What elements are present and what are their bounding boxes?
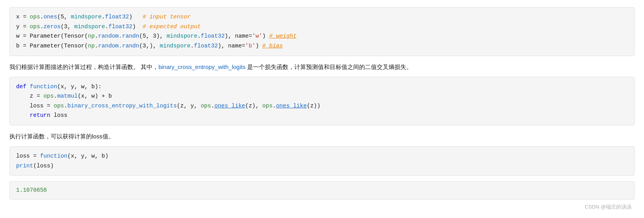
code-line-4: b = Parameter(Tensor(np.random.randn(3,)… [16, 41, 628, 51]
code-token: 'b' [245, 43, 255, 49]
code-token [16, 112, 30, 118]
footer-watermark: CSDN @端庄的汤汤 [9, 203, 635, 211]
watermark-text: CSDN @端庄的汤汤 [585, 204, 631, 210]
code-block-2: def function(x, y, w, b): z = ops.matmul… [9, 77, 635, 126]
code-token: return [30, 112, 50, 118]
code-line-2: y = ops.zeros(3, mindspore.float32) # ex… [16, 22, 628, 32]
code-comment: # input tensor [143, 14, 191, 20]
code-token: ones_like [276, 103, 306, 109]
code-token: print [16, 163, 33, 169]
prose-highlight-1: binary_cross_entropy_with_logits [158, 64, 246, 70]
code-token: loss [50, 112, 68, 118]
code-token: . [191, 43, 194, 49]
code-block-1: x = ops.ones(5, mindspore.float32) # inp… [9, 7, 635, 56]
code-token: . [64, 103, 68, 109]
code-token: (z, y, [177, 103, 201, 109]
code-token: b = [16, 43, 30, 49]
output-value: 1.1070658 [16, 187, 47, 193]
code-token: . [95, 33, 98, 39]
code-token: (z)) [307, 103, 321, 109]
code-line-print: print(loss) [16, 161, 628, 171]
code-token: ) [255, 43, 262, 49]
code-line-loss: loss = ops.binary_cross_entropy_with_log… [16, 101, 628, 111]
code-token: (x, y, w, b): [57, 84, 101, 90]
code-token: zeros [44, 24, 61, 30]
code-token: . [95, 43, 98, 49]
code-token: y = [16, 24, 30, 30]
prose-plain-3: 执行计算函数，可以获得计算的loss值。 [9, 133, 114, 140]
code-token: ones [44, 14, 57, 20]
page-container: x = ops.ones(5, mindspore.float32) # inp… [0, 0, 644, 218]
code-line-call: loss = function(x, y, w, b) [16, 151, 628, 161]
code-token: (x, y, w, b) [68, 153, 108, 159]
code-token: ops [30, 24, 40, 30]
code-token: mindspore [160, 43, 191, 49]
code-token: Parameter(Tensor( [30, 33, 88, 39]
code-token: loss = [16, 153, 40, 159]
code-token: z = [16, 93, 44, 99]
code-token: float32 [105, 14, 129, 20]
code-token: random.randn [98, 33, 139, 39]
code-comment: # expected output [143, 24, 201, 30]
code-comment: # weight [269, 33, 297, 39]
code-token: mindspore [74, 24, 105, 30]
code-token: (loss) [33, 163, 54, 169]
code-line-z: z = ops.matmul(x, w) + b [16, 91, 628, 101]
code-token: ) [132, 24, 143, 30]
code-line-3: w = Parameter(Tensor(np.random.randn(5, … [16, 31, 628, 41]
code-token: . [197, 33, 201, 39]
code-token: ) [129, 14, 143, 20]
code-token: (z), [245, 103, 262, 109]
prose-plain-1: 我们根据计算图描述的计算过程，构造计算函数。 其中， [9, 64, 158, 70]
code-token: . [102, 14, 105, 20]
code-token: (5, [57, 14, 71, 20]
code-token: w = [16, 33, 30, 39]
code-token: 'w' [252, 33, 262, 39]
prose-text-2: 执行计算函数，可以获得计算的loss值。 [9, 131, 635, 142]
code-token: np [88, 33, 95, 39]
code-token: loss = [16, 103, 54, 109]
code-token: ), name= [225, 33, 252, 39]
code-token: Parameter(Tensor( [30, 43, 88, 49]
code-token: random.randn [98, 43, 139, 49]
code-line-1: x = ops.ones(5, mindspore.float32) # inp… [16, 12, 628, 22]
code-token: x = [16, 14, 30, 20]
prose-text-1: 我们根据计算图描述的计算过程，构造计算函数。 其中，binary_cross_e… [9, 62, 635, 72]
code-token: def [16, 84, 26, 90]
code-token: ones_like [215, 103, 245, 109]
code-token: ops [54, 103, 64, 109]
code-token: (3, [61, 24, 74, 30]
code-block-3: loss = function(x, y, w, b) print(loss) [9, 146, 635, 176]
code-token: mindspore [167, 33, 197, 39]
code-token: matmul [57, 93, 77, 99]
code-token: float32 [108, 24, 132, 30]
code-token: ops [201, 103, 211, 109]
code-token: (3,), [139, 43, 160, 49]
code-token: binary_cross_entropy_with_logits [68, 103, 177, 109]
code-comment: # bias [262, 43, 283, 49]
code-token: . [105, 24, 108, 30]
code-token: function [30, 84, 57, 90]
code-token: ops [30, 14, 40, 20]
code-token: ops [44, 93, 54, 99]
prose-plain-2: 是一个损失函数，计算预测值和目标值之间的二值交叉熵损失。 [246, 64, 412, 70]
code-token: (x, w) + b [78, 93, 112, 99]
code-token: . [211, 103, 215, 109]
code-token [26, 84, 30, 90]
code-token: (5, 3), [139, 33, 167, 39]
code-token: float32 [201, 33, 225, 39]
code-token: . [40, 14, 44, 20]
code-token: function [40, 153, 68, 159]
code-token: float32 [194, 43, 218, 49]
code-line-return: return loss [16, 111, 628, 120]
code-token: ops [262, 103, 273, 109]
code-token: ), name= [218, 43, 245, 49]
output-block: 1.1070658 [9, 181, 635, 200]
code-token: ) [262, 33, 269, 39]
code-token: . [40, 24, 44, 30]
code-token: np [88, 43, 95, 49]
code-token: mindspore [71, 14, 101, 20]
code-line-def: def function(x, y, w, b): [16, 82, 628, 92]
